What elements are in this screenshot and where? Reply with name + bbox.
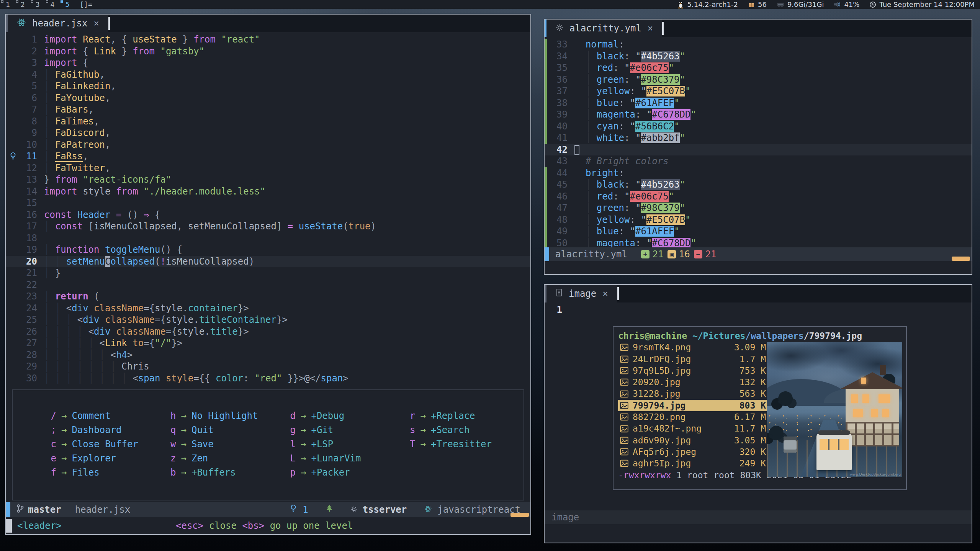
code-text: │ black: "#4b5263" (574, 179, 685, 191)
command-line[interactable]: <leader> <esc> close <bs> go up one leve… (6, 517, 530, 534)
which-key-item-;[interactable]: ;→Dashboard (45, 423, 165, 437)
close-icon[interactable]: × (602, 288, 608, 299)
code-line[interactable]: 17│ const [isMenuCollapsed, setMenuColla… (6, 221, 530, 232)
code-line[interactable]: 16const Header = () ⇒ { (6, 209, 530, 221)
workspace-1[interactable]: 1 (0, 0, 15, 9)
code-line[interactable]: 29│ │ │ │ │ │ │ Chris (6, 361, 530, 373)
which-key-item-d[interactable]: d→+Debug (284, 409, 404, 423)
code-line[interactable]: 8│ FaTimes, (6, 116, 530, 128)
file-row[interactable]: AFq5r6j.jpeg320 K (618, 446, 770, 458)
which-key-item-s[interactable]: s→+Search (404, 423, 524, 437)
file-row[interactable]: 20920.jpg132 K (618, 376, 770, 388)
layout-indicator[interactable]: []= (80, 0, 92, 8)
workspace-2[interactable]: 2 (15, 0, 30, 9)
diagnostic-count[interactable]: 1 (303, 504, 308, 515)
which-key-item-T[interactable]: T→+Treesitter (404, 437, 524, 451)
code-line[interactable]: 22 (6, 279, 530, 291)
code-line[interactable]: 41 │ white: "#abb2bf" (545, 132, 972, 144)
code-line[interactable]: 39 │ magenta: "#C678DD" (545, 109, 972, 121)
code-line[interactable]: 42 (545, 144, 972, 156)
which-key-item-q[interactable]: q→Quit (165, 423, 285, 437)
code-line[interactable]: 30│ │ │ │ │ │ │ │ <span style={{ color: … (6, 373, 530, 384)
code-line[interactable]: 10│ FaPatreon, (6, 139, 530, 151)
code-line[interactable]: 26│ │ │ │ <div className={style.title}> (6, 326, 530, 338)
tab-alacritty-yml[interactable]: alacritty.yml × (546, 20, 662, 37)
code-line[interactable]: 18 (6, 232, 530, 244)
which-key-item-c[interactable]: c→Close Buffer (45, 437, 165, 451)
code-line[interactable]: 33 normal: (545, 39, 972, 51)
code-line[interactable]: 21│ } (6, 267, 530, 279)
code-line[interactable]: 28│ │ │ │ │ │ <h4> (6, 349, 530, 361)
code-line[interactable]: 48 │ yellow: "#E5C07B" (545, 214, 972, 226)
which-key-item-z[interactable]: z→Zen (165, 451, 285, 465)
code-line[interactable]: 50 │ magenta: "#C678DD" (545, 237, 972, 248)
code-text: │ FaRss, (44, 150, 88, 162)
buffer-area[interactable]: 1 chris@machine ~/Pictures/wallpapers/79… (545, 302, 972, 510)
code-line[interactable]: 47 │ green: "#98C379" (545, 202, 972, 214)
git-branch-name[interactable]: master (28, 504, 61, 515)
file-row[interactable]: 799794.jpg803 K (618, 400, 770, 411)
code-line[interactable]: 2import { Link } from "gatsby" (6, 46, 530, 57)
code-line[interactable]: 35 │ red: "#e06c75" (545, 62, 972, 74)
code-line[interactable]: 6│ FaYoutube, (6, 92, 530, 104)
tab-image[interactable]: image × (546, 285, 617, 302)
code-line[interactable]: 5│ FaLinkedin, (6, 80, 530, 92)
code-line[interactable]: 7│ FaBars, (6, 104, 530, 116)
which-key-item-g[interactable]: g→+Git (284, 423, 404, 437)
which-key-label: +Debug (311, 410, 344, 421)
which-key-item-l[interactable]: l→+LSP (284, 437, 404, 451)
code-line[interactable]: 49 │ blue: "#61AFEF" (545, 226, 972, 237)
which-key-item-b[interactable]: b→+Buffers (165, 465, 285, 479)
code-text: bright: (574, 167, 624, 179)
which-key-item-f[interactable]: f→Files (45, 465, 165, 479)
code-line[interactable]: 9│ FaDiscord, (6, 127, 530, 139)
file-row[interactable]: aghr5Ip.jpg249 K (618, 458, 770, 469)
file-row[interactable]: 97q9L5D.jpg753 K (618, 365, 770, 376)
file-row[interactable]: 31228.jpg563 K (618, 388, 770, 399)
code-buffer[interactable]: 33 normal:34 │ black: "#4b5263"35 │ red:… (545, 37, 972, 247)
workspace-3[interactable]: 3 (30, 0, 45, 9)
file-row[interactable]: 882720.png6.17 M (618, 411, 770, 423)
code-line[interactable]: 38 │ blue: "#61AFEF" (545, 97, 972, 109)
code-line[interactable]: 14import style from "./header.module.les… (6, 186, 530, 198)
code-line[interactable]: 20│ │ setMenuCollapsed(!isMenuCollapsed) (6, 256, 530, 268)
code-line[interactable]: 11│ FaRss, (6, 150, 530, 162)
code-line[interactable]: 1 (545, 304, 972, 316)
which-key-item-h[interactable]: h→No Highlight (165, 409, 285, 423)
code-line[interactable]: 15 (6, 197, 530, 209)
close-icon[interactable]: × (94, 18, 99, 29)
workspace-5[interactable]: 5 (59, 0, 74, 9)
code-line[interactable]: 4│ FaGithub, (6, 69, 530, 81)
workspace-4[interactable]: 4 (45, 0, 60, 9)
code-line[interactable]: 3import { (6, 57, 530, 69)
code-line[interactable]: 13} from "react-icons/fa" (6, 174, 530, 186)
code-line[interactable]: 45 │ black: "#4b5263" (545, 179, 972, 191)
close-icon[interactable]: × (648, 23, 653, 34)
which-key-item-r[interactable]: r→+Replace (404, 409, 524, 423)
which-key-item-e[interactable]: e→Explorer (45, 451, 165, 465)
code-line[interactable]: 46 │ red: "#e06c75" (545, 191, 972, 203)
code-line[interactable]: 24│ │ <div className={style.container}> (6, 302, 530, 314)
file-row[interactable]: a19c482f~.png11.7 M (618, 423, 770, 434)
tab-header-jsx[interactable]: header.jsx × (8, 15, 108, 32)
file-row[interactable]: ad6v90y.jpg3.05 M (618, 435, 770, 446)
which-key-item-L[interactable]: L→+LunarVim (284, 451, 404, 465)
code-line[interactable]: 23│ return ( (6, 291, 530, 302)
which-key-item-w[interactable]: w→Save (165, 437, 285, 451)
file-row[interactable]: 24LrDFQ.jpg1.7 M (618, 353, 770, 365)
code-line[interactable]: 44 bright: (545, 167, 972, 179)
code-line[interactable]: 34 │ black: "#4b5263" (545, 51, 972, 62)
code-line[interactable]: 36 │ green: "#98C379" (545, 74, 972, 86)
code-line[interactable]: 1import React, { useState } from "react" (6, 34, 530, 46)
code-line[interactable]: 12│ FaTwitter, (6, 162, 530, 174)
file-row[interactable]: 9rsmTK4.png3.09 M (618, 342, 770, 353)
code-line[interactable]: 27│ │ │ │ │ <Link to={"/"}> (6, 337, 530, 349)
workspace-list: 12345 (0, 0, 74, 9)
which-key-item-p[interactable]: p→+Packer (284, 465, 404, 479)
code-line[interactable]: 25│ │ │ <div className={style.titleConta… (6, 314, 530, 326)
code-line[interactable]: 43 # Bright colors (545, 155, 972, 167)
code-line[interactable]: 37 │ yellow: "#E5C07B" (545, 85, 972, 97)
code-line[interactable]: 19│ function toggleMenu() { (6, 244, 530, 256)
which-key-item-/[interactable]: /→Comment (45, 409, 165, 423)
code-line[interactable]: 40 │ cyan: "#56B6C2" (545, 121, 972, 132)
